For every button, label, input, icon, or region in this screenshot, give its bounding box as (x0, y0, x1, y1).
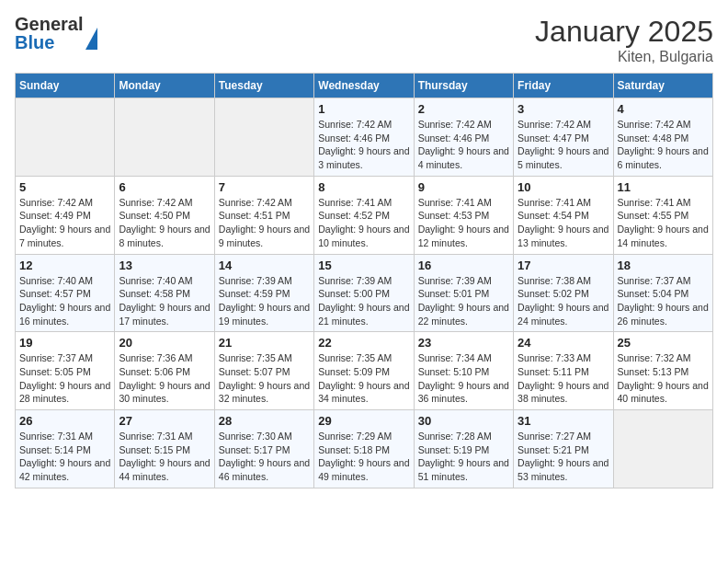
day-info: Sunrise: 7:35 AMSunset: 5:07 PMDaylight:… (219, 351, 310, 406)
day-number: 18 (618, 259, 709, 272)
day-cell: 4Sunrise: 7:42 AMSunset: 4:48 PMDaylight… (613, 98, 712, 177)
day-info: Sunrise: 7:39 AMSunset: 4:59 PMDaylight:… (219, 274, 310, 328)
day-info: Sunrise: 7:33 AMSunset: 5:11 PMDaylight:… (518, 351, 609, 406)
day-cell: 25Sunrise: 7:32 AMSunset: 5:13 PMDayligh… (613, 332, 712, 410)
day-cell: 21Sunrise: 7:35 AMSunset: 5:07 PMDayligh… (214, 332, 313, 410)
day-info: Sunrise: 7:42 AMSunset: 4:46 PMDaylight:… (318, 118, 409, 172)
col-header-monday: Monday (115, 74, 214, 98)
day-cell: 8Sunrise: 7:41 AMSunset: 4:52 PMDaylight… (314, 176, 414, 254)
day-info: Sunrise: 7:42 AMSunset: 4:46 PMDaylight:… (418, 118, 509, 172)
day-number: 7 (219, 180, 310, 194)
week-row-3: 12Sunrise: 7:40 AMSunset: 4:57 PMDayligh… (16, 254, 713, 332)
day-info: Sunrise: 7:38 AMSunset: 5:02 PMDaylight:… (518, 274, 609, 328)
day-number: 13 (119, 259, 210, 272)
day-cell: 12Sunrise: 7:40 AMSunset: 4:57 PMDayligh… (16, 254, 115, 332)
day-cell: 31Sunrise: 7:27 AMSunset: 5:21 PMDayligh… (514, 410, 613, 488)
day-cell: 20Sunrise: 7:36 AMSunset: 5:06 PMDayligh… (115, 332, 214, 410)
day-number: 5 (19, 180, 110, 194)
day-cell: 6Sunrise: 7:42 AMSunset: 4:50 PMDaylight… (115, 176, 214, 254)
day-info: Sunrise: 7:31 AMSunset: 5:14 PMDaylight:… (19, 430, 110, 484)
col-header-thursday: Thursday (414, 74, 513, 98)
day-cell: 9Sunrise: 7:41 AMSunset: 4:53 PMDaylight… (414, 176, 513, 254)
day-cell: 14Sunrise: 7:39 AMSunset: 4:59 PMDayligh… (214, 254, 313, 332)
day-number: 17 (518, 259, 609, 272)
day-info: Sunrise: 7:41 AMSunset: 4:54 PMDaylight:… (518, 196, 609, 250)
day-number: 14 (219, 259, 310, 272)
col-header-friday: Friday (514, 74, 613, 98)
day-number: 20 (119, 336, 210, 350)
day-number: 29 (318, 414, 409, 428)
day-cell (16, 98, 115, 177)
calendar-title-block: January 2025 Kiten, Bulgaria (535, 15, 713, 65)
day-cell (115, 98, 214, 177)
day-number: 31 (518, 414, 609, 428)
day-cell: 16Sunrise: 7:39 AMSunset: 5:01 PMDayligh… (414, 254, 513, 332)
day-number: 27 (119, 414, 210, 428)
day-number: 25 (618, 336, 709, 350)
day-info: Sunrise: 7:36 AMSunset: 5:06 PMDaylight:… (119, 351, 210, 406)
logo-general: General (15, 14, 83, 34)
day-info: Sunrise: 7:31 AMSunset: 5:15 PMDaylight:… (119, 430, 210, 484)
day-number: 30 (418, 414, 509, 428)
day-info: Sunrise: 7:32 AMSunset: 5:13 PMDaylight:… (618, 351, 709, 406)
day-info: Sunrise: 7:37 AMSunset: 5:04 PMDaylight:… (618, 274, 709, 328)
day-number: 12 (19, 259, 110, 272)
week-row-2: 5Sunrise: 7:42 AMSunset: 4:49 PMDaylight… (16, 176, 713, 254)
day-cell: 7Sunrise: 7:42 AMSunset: 4:51 PMDaylight… (214, 176, 313, 254)
day-number: 22 (318, 336, 409, 350)
day-number: 26 (19, 414, 110, 428)
day-cell: 1Sunrise: 7:42 AMSunset: 4:46 PMDaylight… (314, 98, 414, 177)
day-number: 6 (119, 180, 210, 194)
day-number: 2 (418, 102, 509, 116)
day-cell: 30Sunrise: 7:28 AMSunset: 5:19 PMDayligh… (414, 410, 513, 488)
day-cell: 26Sunrise: 7:31 AMSunset: 5:14 PMDayligh… (16, 410, 115, 488)
day-info: Sunrise: 7:37 AMSunset: 5:05 PMDaylight:… (19, 351, 110, 406)
day-number: 19 (19, 336, 110, 350)
day-cell: 24Sunrise: 7:33 AMSunset: 5:11 PMDayligh… (514, 332, 613, 410)
day-cell: 29Sunrise: 7:29 AMSunset: 5:18 PMDayligh… (314, 410, 414, 488)
calendar-title: January 2025 (535, 15, 713, 49)
logo-triangle (85, 28, 97, 50)
week-row-5: 26Sunrise: 7:31 AMSunset: 5:14 PMDayligh… (16, 410, 713, 488)
calendar-subtitle: Kiten, Bulgaria (535, 49, 713, 65)
day-info: Sunrise: 7:27 AMSunset: 5:21 PMDaylight:… (518, 430, 609, 484)
day-info: Sunrise: 7:35 AMSunset: 5:09 PMDaylight:… (318, 351, 409, 406)
day-info: Sunrise: 7:41 AMSunset: 4:52 PMDaylight:… (318, 196, 409, 250)
day-number: 16 (418, 259, 509, 272)
day-info: Sunrise: 7:41 AMSunset: 4:53 PMDaylight:… (418, 196, 509, 250)
week-row-4: 19Sunrise: 7:37 AMSunset: 5:05 PMDayligh… (16, 332, 713, 410)
day-info: Sunrise: 7:40 AMSunset: 4:58 PMDaylight:… (119, 274, 210, 328)
day-cell: 11Sunrise: 7:41 AMSunset: 4:55 PMDayligh… (613, 176, 712, 254)
day-info: Sunrise: 7:42 AMSunset: 4:48 PMDaylight:… (618, 118, 709, 172)
day-cell: 23Sunrise: 7:34 AMSunset: 5:10 PMDayligh… (414, 332, 513, 410)
day-cell: 13Sunrise: 7:40 AMSunset: 4:58 PMDayligh… (115, 254, 214, 332)
day-info: Sunrise: 7:39 AMSunset: 5:00 PMDaylight:… (318, 274, 409, 328)
day-info: Sunrise: 7:42 AMSunset: 4:50 PMDaylight:… (119, 196, 210, 250)
col-header-tuesday: Tuesday (214, 74, 313, 98)
day-cell: 19Sunrise: 7:37 AMSunset: 5:05 PMDayligh… (16, 332, 115, 410)
day-cell: 28Sunrise: 7:30 AMSunset: 5:17 PMDayligh… (214, 410, 313, 488)
day-cell: 18Sunrise: 7:37 AMSunset: 5:04 PMDayligh… (613, 254, 712, 332)
day-number: 8 (318, 180, 409, 194)
day-number: 21 (219, 336, 310, 350)
day-cell: 10Sunrise: 7:41 AMSunset: 4:54 PMDayligh… (514, 176, 613, 254)
day-number: 15 (318, 259, 409, 272)
day-number: 4 (618, 102, 709, 116)
calendar-table: SundayMondayTuesdayWednesdayThursdayFrid… (15, 73, 713, 488)
day-cell (613, 410, 712, 488)
day-info: Sunrise: 7:41 AMSunset: 4:55 PMDaylight:… (618, 196, 709, 250)
day-number: 3 (518, 102, 609, 116)
day-number: 10 (518, 180, 609, 194)
day-info: Sunrise: 7:42 AMSunset: 4:49 PMDaylight:… (19, 196, 110, 250)
day-cell: 27Sunrise: 7:31 AMSunset: 5:15 PMDayligh… (115, 410, 214, 488)
day-info: Sunrise: 7:40 AMSunset: 4:57 PMDaylight:… (19, 274, 110, 328)
col-header-saturday: Saturday (613, 74, 712, 98)
day-info: Sunrise: 7:42 AMSunset: 4:51 PMDaylight:… (219, 196, 310, 250)
day-cell: 17Sunrise: 7:38 AMSunset: 5:02 PMDayligh… (514, 254, 613, 332)
day-cell: 2Sunrise: 7:42 AMSunset: 4:46 PMDaylight… (414, 98, 513, 177)
calendar-header-row: SundayMondayTuesdayWednesdayThursdayFrid… (16, 74, 713, 98)
day-number: 9 (418, 180, 509, 194)
logo-blue: Blue (15, 32, 54, 52)
day-cell: 3Sunrise: 7:42 AMSunset: 4:47 PMDaylight… (514, 98, 613, 177)
col-header-wednesday: Wednesday (314, 74, 414, 98)
